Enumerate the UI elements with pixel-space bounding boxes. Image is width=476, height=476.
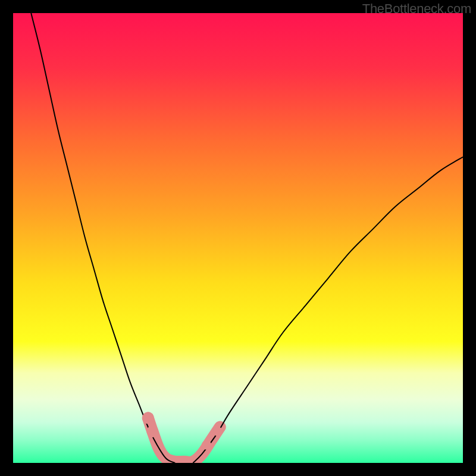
curve-marker — [202, 440, 211, 450]
plot-area — [13, 13, 463, 463]
watermark-text: TheBottleneck.com — [362, 1, 471, 17]
background-gradient — [13, 13, 463, 463]
chart-container: TheBottleneck.com — [0, 0, 476, 476]
curve-marker — [213, 427, 223, 436]
curve-marker — [146, 425, 158, 437]
chart-svg — [13, 13, 463, 463]
curve-marker — [142, 412, 154, 424]
